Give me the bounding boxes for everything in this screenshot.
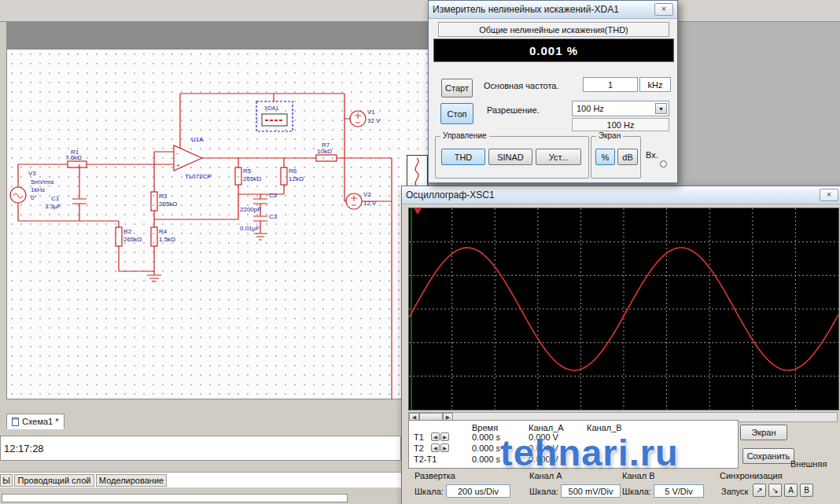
trigger-rising-icon[interactable]: ↗	[753, 484, 766, 497]
thd-freq-value: 1	[608, 80, 613, 90]
trigger-source-a-button[interactable]: A	[784, 484, 798, 497]
thd-freq-label: Основная частота.	[484, 81, 559, 90]
trigger-edge-label: Запуск	[721, 487, 748, 496]
thd-input-label: Вх.	[646, 150, 658, 160]
oscilloscope-component-icon[interactable]	[407, 155, 428, 189]
v2-ref: V2	[363, 191, 371, 198]
t2-right-icon[interactable]: ▶	[440, 443, 449, 452]
resistor-r2[interactable]	[116, 227, 122, 246]
oscilloscope-title: Осциллограф-XSC1	[406, 189, 820, 200]
source-v1[interactable]	[350, 111, 366, 127]
thd-stop-label: Стоп	[448, 109, 467, 119]
cursor-dt-label: T2-T1	[414, 454, 437, 464]
channel-a-scale-field[interactable]: 500 mV/Div	[561, 484, 621, 498]
r3-val: 265kΩ	[159, 200, 177, 208]
thd-resolution-current-value: 100 Hz	[607, 120, 635, 130]
thd-percent-label: %	[602, 153, 610, 162]
dropdown-arrow-icon[interactable]: ▼	[655, 103, 667, 114]
timebase-scale-value: 200 us/Div	[458, 487, 499, 496]
t1-time: 0.000 s	[472, 432, 500, 442]
source-v3[interactable]	[10, 187, 26, 203]
scope-save-button[interactable]: Сохранить	[742, 448, 794, 464]
r2-val: 265kΩ	[123, 236, 142, 243]
timebase-scale-field[interactable]: 200 us/Div	[446, 484, 510, 498]
t2-time: 0.000 s	[472, 443, 500, 453]
thd-settings-button[interactable]: Уст...	[536, 149, 581, 165]
layer-tabbar: Ы Проводящий слой Моделирование	[0, 472, 401, 487]
r3-ref: R3	[159, 193, 168, 200]
thd-input-terminal-icon[interactable]	[660, 160, 667, 167]
layer-tab-simulation[interactable]: Моделирование	[96, 474, 167, 487]
thd-close-icon[interactable]: ×	[654, 3, 673, 16]
source-v2[interactable]	[346, 193, 362, 209]
oscilloscope-titlebar[interactable]: Осциллограф-XSC1 ×	[402, 186, 840, 204]
trigger-falling-icon[interactable]: ↘	[768, 484, 782, 497]
r5-val: 265kΩ	[243, 175, 261, 182]
scope-reverse-label: Экран	[751, 428, 776, 437]
cursor-t1-label: T1	[414, 432, 424, 442]
layer-tab-conductive[interactable]: Проводящий слой	[14, 474, 94, 487]
channel-b-scale-field[interactable]: 5 V/Div	[654, 484, 704, 498]
schematic: V3 5mVrms 1kHz 0° R1 7.6kΩ C1 3.3µF R2 2…	[7, 50, 429, 400]
scope-screen[interactable]	[408, 208, 839, 410]
v3-line1: 5mVrms	[31, 178, 53, 186]
c3-val: 0.01µF	[240, 225, 260, 232]
scope-display	[409, 208, 838, 410]
schematic-hscrollbar[interactable]	[6, 399, 429, 412]
thd-freq-unit-field[interactable]: kHz	[639, 77, 671, 92]
thd-mode-sinad-label: SINAD	[497, 153, 524, 162]
v3-line2: 1kHz	[31, 186, 45, 193]
thd-percent-button[interactable]: %	[595, 149, 615, 165]
thd-resolution-select[interactable]: 100 Hz ▼	[572, 101, 669, 116]
r6-val: 12kΩ	[289, 175, 304, 182]
channel-b-scale-label: Шкала:	[622, 487, 651, 496]
sheet-icon	[12, 418, 19, 426]
xda1-ref: XDA1	[264, 105, 278, 111]
design-band	[6, 22, 429, 49]
thd-start-label: Старт	[445, 83, 469, 93]
dt-time: 0.000 s	[472, 454, 500, 464]
resistor-r3[interactable]	[151, 192, 157, 211]
thd-resolution-current: 100 Hz	[572, 118, 669, 131]
c1-val: 3.3µF	[45, 203, 61, 210]
thd-db-button[interactable]: dB	[617, 149, 638, 165]
status-bar	[0, 487, 401, 504]
thd-mode-thd-button[interactable]: THD	[441, 149, 485, 165]
sheet-tab-schema1[interactable]: Схема1 *	[6, 414, 64, 429]
resistor-r4[interactable]	[151, 227, 157, 246]
timebase-scale-label: Шкала:	[414, 487, 444, 496]
trigger-source-b-button[interactable]: B	[800, 484, 813, 497]
toolbar-strip	[0, 0, 840, 22]
resistor-r7[interactable]	[316, 155, 337, 161]
resistor-r5[interactable]	[235, 167, 241, 185]
thd-mode-sinad-button[interactable]: SINAD	[488, 149, 532, 165]
channel-b-scale-value: 5 V/Div	[665, 487, 692, 496]
thd-title: Измеритель нелинейных искажений-XDA1	[433, 4, 654, 15]
thd-reading-value: 0.001 %	[529, 44, 578, 57]
v2-val: 12 V	[363, 200, 377, 207]
resistor-r6[interactable]	[281, 167, 287, 185]
thd-resolution-label: Разрешение.	[487, 105, 540, 115]
t1-left-icon[interactable]: ◀	[431, 432, 440, 441]
scope-reverse-button[interactable]: Экран	[740, 425, 787, 440]
r4-ref: R4	[159, 228, 168, 235]
thd-stop-button[interactable]: Стоп	[440, 103, 473, 124]
thd-freq-unit: kHz	[648, 80, 663, 90]
oscilloscope-close-icon[interactable]: ×	[820, 189, 838, 201]
timebase-group-label: Развертка	[414, 471, 455, 480]
desktop: V3 5mVrms 1kHz 0° R1 7.6kΩ C1 3.3µF R2 2…	[0, 0, 840, 504]
trigger-group-label: Синхронизация	[720, 471, 783, 480]
t1-right-icon[interactable]: ▶	[440, 432, 449, 441]
layer-tab-partial[interactable]: Ы	[0, 474, 13, 487]
thd-freq-input[interactable]: 1	[583, 77, 638, 92]
r2-ref: R2	[123, 228, 132, 235]
layer-tab-partial-label: Ы	[2, 476, 10, 485]
thd-display-group-label: Экран	[596, 131, 623, 140]
thd-titlebar[interactable]: Измеритель нелинейных искажений-XDA1 ×	[429, 1, 677, 19]
opamp-minus: -	[176, 149, 179, 156]
t2-left-icon[interactable]: ◀	[431, 443, 440, 452]
schematic-canvas[interactable]: V3 5mVrms 1kHz 0° R1 7.6kΩ C1 3.3µF R2 2…	[6, 49, 429, 399]
resistor-r1[interactable]	[68, 161, 87, 167]
thd-start-button[interactable]: Старт	[441, 79, 473, 97]
thd-reading-display: 0.001 %	[433, 39, 674, 62]
